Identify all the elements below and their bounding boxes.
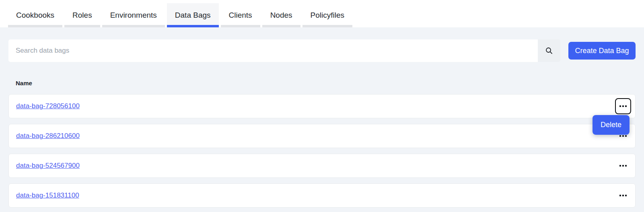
tab-underline [64,25,100,27]
tab-underline [262,25,300,27]
tab-clients[interactable]: Clients [221,3,260,27]
create-data-bag-button[interactable]: Create Data Bag [568,42,636,60]
search-group [8,39,560,62]
ellipsis-icon [619,195,627,196]
tab-nodes[interactable]: Nodes [262,3,300,27]
row-actions: Delete [615,98,631,114]
data-bags-content: Create Data Bag Name data-bag-728056100 … [0,27,644,208]
toolbar: Create Data Bag [8,39,636,62]
search-icon [545,47,553,55]
tab-environments[interactable]: Environments [102,3,165,27]
row-menu-button[interactable] [615,158,631,174]
data-bag-row: data-bag-728056100 Delete [8,94,636,118]
tab-label: Environments [102,11,165,20]
data-bag-link[interactable]: data-bag-151831100 [16,191,79,200]
row-actions [615,158,631,174]
tab-label: Roles [64,11,100,20]
search-input[interactable] [8,39,538,62]
tab-cookbooks[interactable]: Cookbooks [8,3,62,27]
tab-underline [221,25,260,27]
tab-underline [8,25,62,27]
column-header-name: Name [16,80,636,86]
tab-label: Clients [221,11,260,20]
data-bag-link[interactable]: data-bag-728056100 [16,102,80,110]
row-menu-button[interactable] [615,98,631,114]
tab-underline [302,25,352,27]
tab-data-bags[interactable]: Data Bags [167,3,219,27]
data-bag-link[interactable]: data-bag-286210600 [16,132,80,140]
tab-label: Policyfiles [302,11,352,20]
tab-underline-active [167,25,219,27]
ellipsis-icon [619,135,627,137]
delete-menu-item[interactable]: Delete [593,115,630,135]
tab-roles[interactable]: Roles [64,3,100,27]
row-context-menu: Delete [593,115,630,135]
tab-label: Nodes [262,11,300,20]
tab-label: Cookbooks [8,11,62,20]
data-bag-link[interactable]: data-bag-524567900 [16,162,80,170]
ellipsis-icon [619,165,627,167]
tab-policyfiles[interactable]: Policyfiles [302,3,352,27]
data-bag-row: data-bag-524567900 [8,154,636,178]
search-button[interactable] [538,39,560,62]
row-menu-button[interactable] [615,187,631,204]
data-bags-page: Cookbooks Roles Environments Data Bags C… [0,0,644,208]
ellipsis-icon [619,105,627,107]
data-bag-row: data-bag-286210600 [8,124,636,148]
object-type-tab-bar: Cookbooks Roles Environments Data Bags C… [0,0,644,27]
tab-underline [102,25,165,27]
data-bag-row: data-bag-151831100 [8,183,636,208]
row-actions [615,187,631,204]
tab-label: Data Bags [167,11,219,20]
